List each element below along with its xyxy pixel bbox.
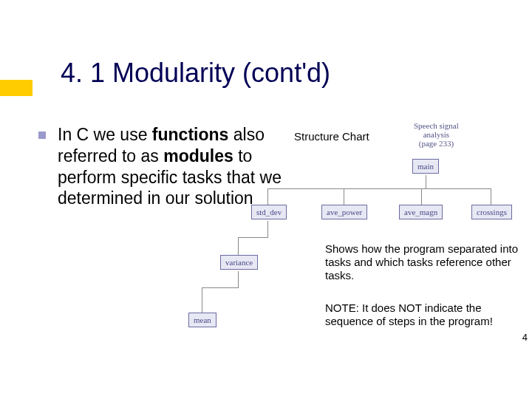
node-variance: variance — [220, 255, 258, 270]
node-ave-magn: ave_magn — [399, 205, 443, 219]
bullet-icon — [38, 132, 46, 139]
node-ave-power: ave_power — [321, 205, 367, 219]
page-number: 4 — [522, 332, 528, 343]
shows-text: Shows how the program separated into tas… — [325, 242, 529, 282]
node-mean: mean — [188, 313, 216, 327]
node-std-dev: std_dev — [251, 205, 287, 219]
node-main: main — [412, 159, 439, 174]
accent-bar — [0, 80, 33, 96]
slide-title: 4. 1 Modularity (cont'd) — [61, 58, 330, 89]
note-text: NOTE: It does NOT indicate the sequence … — [325, 301, 529, 328]
node-crossings: crossings — [471, 205, 512, 219]
body-p1: In C we use — [58, 125, 152, 144]
